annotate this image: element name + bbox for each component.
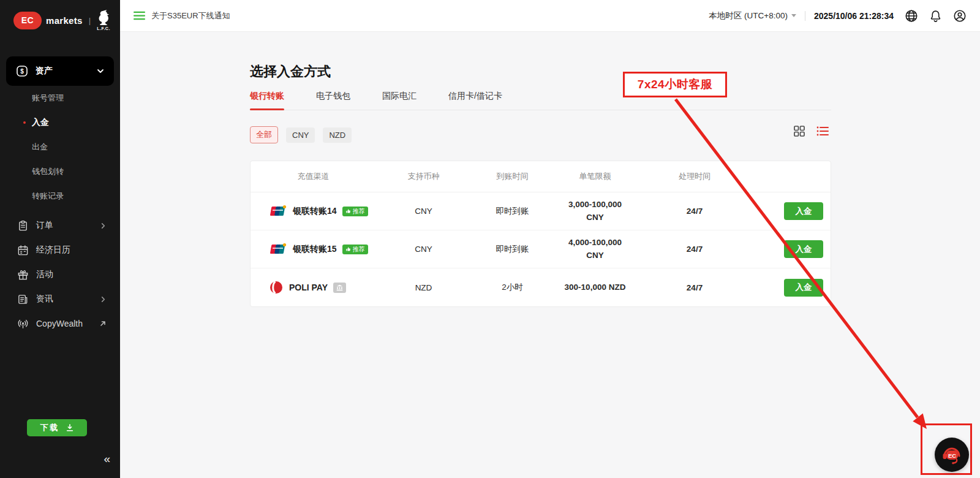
lfc-logo: L.F.C. bbox=[97, 10, 110, 31]
thumb-up-icon bbox=[345, 208, 351, 214]
channel-name: 银联转账15 bbox=[293, 244, 337, 255]
deposit-button[interactable]: 入金 bbox=[784, 240, 823, 258]
filter-chip-all[interactable]: 全部 bbox=[250, 126, 278, 143]
badge-label: 推荐 bbox=[353, 208, 365, 215]
unionpay-logo bbox=[269, 243, 287, 256]
processing-cell: 24/7 bbox=[643, 245, 747, 254]
chevron-right-icon bbox=[100, 296, 107, 303]
deposit-button[interactable]: 入金 bbox=[784, 202, 823, 220]
annotation-callout: 7x24小时客服 bbox=[623, 72, 727, 97]
limit-cell: 4,000-100,000 CNY bbox=[559, 237, 631, 262]
chevron-right-icon bbox=[100, 222, 107, 229]
table-row: 银联转账14 推荐 CNY 即时到账 3,000-100,000 CNY 24/… bbox=[251, 192, 831, 230]
col-header-arrival: 到账时间 bbox=[477, 171, 548, 182]
download-button[interactable]: 下载 bbox=[27, 419, 87, 436]
tab-credit-debit-card[interactable]: 信用卡/借记卡 bbox=[448, 91, 502, 110]
timezone-label: 本地时区 (UTC+8:00) bbox=[709, 10, 788, 21]
download-label: 下载 bbox=[40, 422, 60, 433]
asset-dollar-icon: $ bbox=[16, 65, 28, 77]
notifications-bell-icon[interactable] bbox=[929, 9, 942, 23]
badge-label: 推荐 bbox=[353, 246, 365, 253]
sidebar-item-label: 资讯 bbox=[36, 294, 53, 305]
topbar-right: 本地时区 (UTC+8:00) 2025/10/06 21:28:34 bbox=[709, 9, 967, 23]
channel-name: 银联转账14 bbox=[293, 206, 337, 217]
ec-headset-icon: EC bbox=[938, 441, 965, 468]
sidebar-item-wallet-transfer[interactable]: 钱包划转 bbox=[0, 159, 120, 184]
thumb-up-icon bbox=[345, 246, 351, 252]
table-row: 银联转账15 推荐 CNY 即时到账 4,000-100,000 CNY 24/… bbox=[251, 230, 831, 268]
deposit-method-tabs: 银行转账 电子钱包 国际电汇 信用卡/借记卡 bbox=[250, 91, 831, 110]
col-header-channel: 充值渠道 bbox=[251, 171, 370, 182]
sidebar-item-label: 经济日历 bbox=[36, 245, 70, 256]
sidebar-item-economic-calendar[interactable]: 经济日历 bbox=[0, 238, 120, 262]
gift-icon bbox=[17, 269, 29, 281]
divider bbox=[805, 11, 805, 21]
liver-bird-icon bbox=[97, 10, 110, 26]
arrival-cell: 2小时 bbox=[477, 282, 548, 293]
sidebar-item-orders[interactable]: 订单 bbox=[0, 213, 120, 238]
sidebar-item-label: 活动 bbox=[36, 269, 53, 280]
col-header-limit: 单笔限额 bbox=[548, 171, 643, 182]
sub-item-label: 转账记录 bbox=[32, 191, 64, 202]
col-header-currency: 支持币种 bbox=[370, 171, 477, 182]
deposit-channels-table: 充值渠道 支持币种 到账时间 单笔限额 处理时间 bbox=[250, 161, 831, 307]
notice-list-icon bbox=[134, 11, 145, 20]
processing-cell: 24/7 bbox=[643, 283, 747, 292]
filter-chip-nzd[interactable]: NZD bbox=[323, 127, 352, 143]
sub-item-label: 账号管理 bbox=[32, 93, 64, 104]
brand-divider: | bbox=[89, 16, 91, 25]
download-icon bbox=[66, 423, 74, 432]
limit-cell: 300-10,000 NZD bbox=[559, 281, 631, 294]
currency-cell: NZD bbox=[370, 283, 477, 292]
page-title: 选择入金方式 bbox=[250, 63, 831, 81]
deposit-button[interactable]: 入金 bbox=[784, 279, 823, 297]
arrival-cell: 即时到账 bbox=[477, 206, 548, 217]
channel-cell: 银联转账14 推荐 bbox=[251, 205, 370, 218]
deposit-page: EC markets | L.F.C. $ 资产 bbox=[0, 0, 980, 478]
tab-e-wallet[interactable]: 电子钱包 bbox=[316, 91, 350, 110]
col-header-processing: 处理时间 bbox=[643, 171, 747, 182]
poli-logo bbox=[269, 280, 284, 295]
brand-name: markets bbox=[46, 15, 83, 26]
svg-text:EC: EC bbox=[948, 452, 956, 459]
sidebar-item-label: CopyWealth bbox=[36, 319, 83, 328]
bank-icon bbox=[336, 284, 343, 291]
tab-international-wire[interactable]: 国际电汇 bbox=[382, 91, 417, 110]
sidebar-item-withdraw[interactable]: 出金 bbox=[0, 135, 120, 159]
sidebar-item-label: 资产 bbox=[36, 66, 53, 77]
sub-item-label: 出金 bbox=[32, 142, 48, 153]
sidebar-item-account-management[interactable]: 账号管理 bbox=[0, 86, 120, 110]
arrival-cell: 即时到账 bbox=[477, 244, 548, 255]
recommended-badge: 推荐 bbox=[342, 207, 368, 216]
language-globe-icon[interactable] bbox=[905, 9, 918, 23]
notification-banner[interactable]: 关于S35EUR下线通知 bbox=[134, 10, 230, 21]
sidebar-item-copywealth[interactable]: CopyWealth bbox=[0, 311, 120, 336]
bank-badge bbox=[333, 283, 346, 293]
sidebar-item-deposit[interactable]: 入金 bbox=[0, 110, 120, 135]
timezone-selector[interactable]: 本地时区 (UTC+8:00) bbox=[709, 10, 796, 21]
filter-chip-cny[interactable]: CNY bbox=[286, 127, 315, 143]
user-account-icon[interactable] bbox=[953, 9, 967, 23]
sidebar-item-activities[interactable]: 活动 bbox=[0, 262, 120, 287]
ec-logo-icon: EC bbox=[13, 12, 42, 29]
sidebar-item-assets[interactable]: $ 资产 bbox=[6, 56, 114, 86]
tab-bank-transfer[interactable]: 银行转账 bbox=[250, 91, 284, 110]
sidebar-menu: $ 资产 账号管理 入金 出金 钱包划转 转账记录 bbox=[0, 56, 120, 336]
sidebar-item-news[interactable]: 资讯 bbox=[0, 287, 120, 311]
caret-down-icon bbox=[791, 14, 796, 17]
brand-logo: EC markets | L.F.C. bbox=[0, 0, 120, 40]
calendar-icon bbox=[17, 245, 29, 256]
list-view-icon[interactable] bbox=[816, 126, 829, 137]
currency-filter-row: 全部 CNY NZD bbox=[250, 126, 831, 143]
channel-name: POLI PAY bbox=[289, 283, 328, 292]
grid-view-icon[interactable] bbox=[793, 125, 805, 137]
sidebar-item-transfer-records[interactable]: 转账记录 bbox=[0, 184, 120, 208]
sidebar-collapse-button[interactable]: « bbox=[104, 453, 110, 465]
topbar: 关于S35EUR下线通知 本地时区 (UTC+8:00) 2025/10/06 … bbox=[120, 0, 980, 32]
currency-cell: CNY bbox=[370, 207, 477, 216]
svg-text:$: $ bbox=[20, 68, 24, 75]
channel-cell: 银联转账15 推荐 bbox=[251, 243, 370, 256]
customer-service-button[interactable]: EC bbox=[935, 438, 969, 472]
sidebar: EC markets | L.F.C. $ 资产 bbox=[0, 0, 120, 478]
active-dot bbox=[23, 121, 26, 124]
